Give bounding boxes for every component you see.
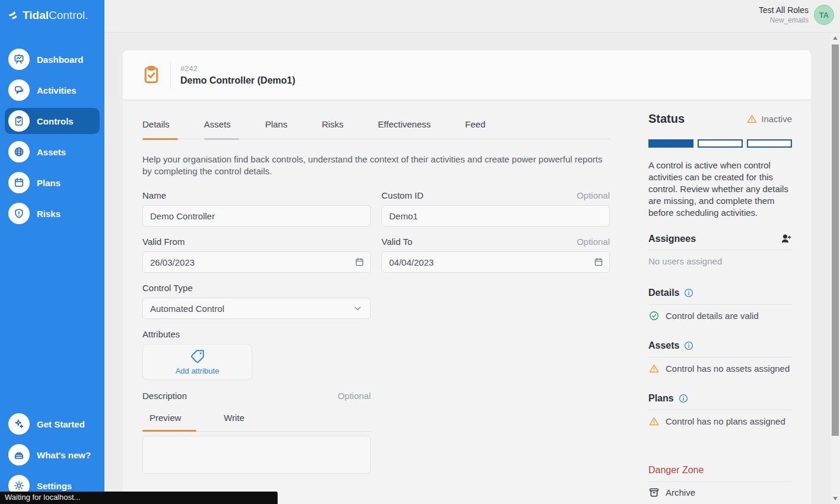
archive-button[interactable]: Archive: [648, 487, 792, 498]
description-editor-tabs: Preview Write: [142, 409, 371, 432]
tab-write[interactable]: Write: [217, 409, 260, 431]
control-type-field-group: Control Type Automated Control: [142, 283, 371, 319]
tag-icon: [190, 349, 205, 364]
dashboard-icon: [8, 49, 30, 70]
chevron-down-icon: [352, 303, 363, 314]
sidebar-item-label: Settings: [37, 481, 72, 491]
calendar-icon[interactable]: [593, 257, 604, 267]
scroll-down-arrow-icon[interactable]: [833, 497, 838, 500]
assets-title-text: Assets: [648, 340, 679, 351]
valid-from-input[interactable]: [142, 251, 371, 273]
divider: [170, 62, 171, 88]
description-label: Description: [142, 391, 187, 401]
status-badge: Inactive: [746, 113, 792, 125]
assignees-empty-text: No users assigned: [648, 256, 792, 266]
page-header-card: #242 Demo Controller (Demo1): [123, 50, 811, 99]
status-progress-bars: [648, 139, 792, 148]
plans-status-row: Control has no plans assigned: [648, 416, 792, 427]
archive-label: Archive: [666, 487, 695, 497]
scrollbar-thumb[interactable]: [832, 44, 839, 436]
control-id: #242: [180, 64, 295, 73]
sidebar-item-assets[interactable]: Assets: [5, 139, 100, 165]
attributes-field-group: Attributes Add attribute: [142, 329, 371, 380]
optional-label: Optional: [577, 237, 610, 247]
progress-segment-empty: [698, 139, 743, 148]
add-attribute-button[interactable]: Add attribute: [142, 344, 252, 380]
status-badge-label: Inactive: [761, 114, 792, 124]
tab-feed[interactable]: Feed: [465, 117, 494, 139]
assets-globe-icon: [8, 141, 30, 162]
description-field-group: DescriptionOptional Preview Write: [142, 391, 371, 474]
sidebar-item-label: What's new?: [37, 450, 91, 460]
custom-id-input[interactable]: [381, 205, 610, 227]
sidebar-item-plans[interactable]: Plans: [5, 170, 100, 196]
name-field-group: Name: [142, 190, 371, 227]
details-status-row: Control details are valid: [648, 310, 792, 321]
optional-label: Optional: [338, 391, 371, 401]
assignees-title: Assignees: [648, 234, 696, 244]
sparkles-icon: [8, 413, 30, 435]
divider: [648, 357, 792, 358]
status-description: A control is active when control activit…: [648, 160, 792, 219]
valid-to-input[interactable]: [381, 251, 610, 273]
calendar-icon[interactable]: [354, 257, 365, 267]
sidebar-item-get-started[interactable]: Get Started: [5, 411, 100, 437]
sidebar-item-label: Controls: [37, 116, 74, 126]
sidebar-item-label: Activities: [37, 85, 77, 95]
tab-assets[interactable]: Assets: [204, 117, 239, 139]
user-menu[interactable]: Test All Roles New_emails TA: [759, 5, 834, 25]
progress-segment-empty: [747, 139, 792, 148]
tab-preview[interactable]: Preview: [142, 409, 196, 431]
sidebar-item-label: Dashboard: [37, 55, 83, 65]
sidebar-item-activities[interactable]: Activities: [5, 77, 100, 103]
brand-name-bold: Tidal: [23, 9, 49, 21]
vertical-scrollbar[interactable]: [831, 33, 840, 504]
status-title: Status: [648, 112, 685, 126]
page-title: Demo Controller (Demo1): [180, 75, 295, 86]
sidebar-item-label: Assets: [37, 147, 66, 157]
tab-risks[interactable]: Risks: [322, 117, 352, 139]
divider: [648, 410, 792, 410]
control-type-label: Control Type: [142, 283, 193, 293]
info-icon[interactable]: [683, 340, 694, 351]
details-intro-text: Help your organisation find back control…: [142, 154, 612, 177]
check-circle-icon: [648, 310, 660, 321]
plans-status-message: Control has no plans assigned: [666, 416, 785, 426]
sidebar-item-label: Risks: [37, 209, 61, 219]
custom-id-label: Custom ID: [381, 190, 424, 200]
sidebar: TidalControl. Dashboard Activities Contr…: [0, 0, 104, 504]
attributes-label: Attributes: [142, 329, 180, 339]
tab-effectiveness[interactable]: Effectiveness: [378, 117, 439, 139]
sidebar-item-dashboard[interactable]: Dashboard: [5, 46, 100, 72]
add-user-icon[interactable]: [781, 233, 792, 244]
content-card: Details Assets Plans Risks Effectiveness…: [123, 101, 811, 504]
sidebar-item-risks[interactable]: Risks: [5, 200, 100, 227]
brand-logo[interactable]: TidalControl.: [8, 9, 88, 22]
tab-details[interactable]: Details: [142, 117, 178, 139]
description-preview-area[interactable]: [142, 436, 371, 474]
tab-plans[interactable]: Plans: [265, 117, 296, 139]
scroll-up-arrow-icon[interactable]: [833, 36, 838, 40]
info-icon[interactable]: [683, 288, 694, 298]
sidebar-item-whats-new[interactable]: What's new?: [5, 442, 100, 468]
browser-status-text: Waiting for localhost...: [0, 492, 278, 504]
archive-icon: [648, 487, 660, 498]
assets-section-title: Assets: [648, 340, 694, 351]
sidebar-item-controls[interactable]: Controls: [5, 108, 100, 134]
avatar[interactable]: TA: [814, 5, 834, 25]
valid-to-label: Valid To: [381, 237, 412, 247]
control-type-select[interactable]: Automated Control: [142, 298, 371, 319]
name-input[interactable]: [142, 205, 371, 227]
top-bar: Test All Roles New_emails TA: [104, 0, 840, 33]
user-name: Test All Roles: [759, 5, 809, 15]
valid-from-field-group: Valid From: [142, 237, 371, 273]
plans-title-text: Plans: [648, 393, 674, 404]
user-org: New_emails: [759, 16, 809, 24]
warning-icon: [746, 113, 758, 125]
plans-calendar-icon: [8, 172, 30, 193]
add-attribute-label: Add attribute: [176, 366, 219, 375]
sidebar-item-label: Plans: [37, 178, 61, 188]
warning-icon: [648, 416, 660, 427]
controls-icon: [8, 110, 30, 132]
info-icon[interactable]: [678, 393, 689, 404]
